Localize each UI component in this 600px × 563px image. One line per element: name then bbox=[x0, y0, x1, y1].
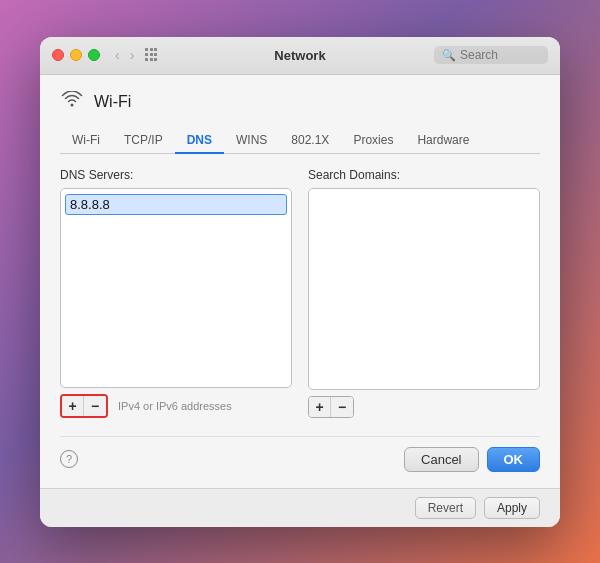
dns-add-remove-row: + − IPv4 or IPv6 addresses bbox=[60, 394, 292, 418]
tab-dns[interactable]: DNS bbox=[175, 128, 224, 154]
tab-8021x[interactable]: 802.1X bbox=[279, 128, 341, 154]
dns-add-remove-buttons: + − bbox=[60, 394, 108, 418]
search-input[interactable] bbox=[460, 48, 540, 62]
titlebar: ‹ › Network 🔍 bbox=[40, 37, 560, 75]
cancel-button[interactable]: Cancel bbox=[404, 447, 478, 472]
main-content: Wi-Fi Wi-Fi TCP/IP DNS WINS 802.1X Proxi… bbox=[40, 75, 560, 488]
ok-button[interactable]: OK bbox=[487, 447, 541, 472]
wifi-label: Wi-Fi bbox=[94, 93, 131, 111]
tab-proxies[interactable]: Proxies bbox=[341, 128, 405, 154]
window-title: Network bbox=[274, 48, 325, 63]
help-button[interactable]: ? bbox=[60, 450, 78, 468]
apply-button[interactable]: Apply bbox=[484, 497, 540, 519]
search-domains-panel: Search Domains: + − bbox=[308, 168, 540, 418]
dns-add-button[interactable]: + bbox=[62, 396, 84, 416]
search-add-remove-buttons: + − bbox=[308, 396, 354, 418]
search-icon: 🔍 bbox=[442, 49, 456, 62]
search-add-button[interactable]: + bbox=[309, 397, 331, 417]
dns-hint: IPv4 or IPv6 addresses bbox=[118, 400, 232, 412]
tab-tcpip[interactable]: TCP/IP bbox=[112, 128, 175, 154]
traffic-lights bbox=[52, 49, 100, 61]
tab-wins[interactable]: WINS bbox=[224, 128, 279, 154]
search-domains-list[interactable] bbox=[308, 188, 540, 390]
dns-entry[interactable]: 8.8.8.8 bbox=[65, 194, 287, 215]
dns-remove-button[interactable]: − bbox=[84, 396, 106, 416]
revert-button[interactable]: Revert bbox=[415, 497, 476, 519]
wifi-header: Wi-Fi bbox=[60, 91, 540, 114]
dns-panel: DNS Servers: 8.8.8.8 + − IPv4 or IPv6 ad… bbox=[60, 168, 292, 418]
svg-point-0 bbox=[71, 103, 74, 106]
close-button[interactable] bbox=[52, 49, 64, 61]
forward-arrow-icon[interactable]: › bbox=[127, 47, 138, 63]
search-box[interactable]: 🔍 bbox=[434, 46, 548, 64]
panels: DNS Servers: 8.8.8.8 + − IPv4 or IPv6 ad… bbox=[60, 168, 540, 418]
tabs: Wi-Fi TCP/IP DNS WINS 802.1X Proxies Har… bbox=[60, 128, 540, 154]
grid-icon[interactable] bbox=[145, 48, 159, 62]
dns-list[interactable]: 8.8.8.8 bbox=[60, 188, 292, 388]
search-domains-label: Search Domains: bbox=[308, 168, 540, 182]
maximize-button[interactable] bbox=[88, 49, 100, 61]
wifi-icon bbox=[60, 91, 84, 114]
dns-label: DNS Servers: bbox=[60, 168, 292, 182]
minimize-button[interactable] bbox=[70, 49, 82, 61]
action-buttons: Cancel OK bbox=[404, 447, 540, 472]
tab-wifi[interactable]: Wi-Fi bbox=[60, 128, 112, 154]
search-add-remove-row: + − bbox=[308, 396, 540, 418]
nav-arrows: ‹ › bbox=[112, 47, 137, 63]
outer-bottom-bar: Revert Apply bbox=[40, 488, 560, 527]
tab-hardware[interactable]: Hardware bbox=[405, 128, 481, 154]
bottom-row: ? Cancel OK bbox=[60, 436, 540, 472]
search-remove-button[interactable]: − bbox=[331, 397, 353, 417]
back-arrow-icon[interactable]: ‹ bbox=[112, 47, 123, 63]
network-window: ‹ › Network 🔍 Wi- bbox=[40, 37, 560, 527]
